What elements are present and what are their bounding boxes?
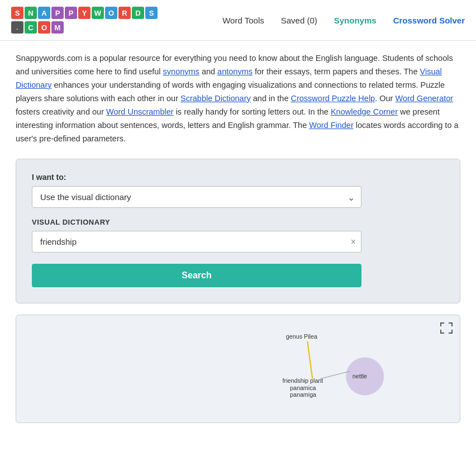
tool-select-wrapper: Use the visual dictionary Find synonyms … [32, 186, 361, 208]
tool-dropdown[interactable]: Use the visual dictionary Find synonyms … [32, 186, 361, 208]
search-input[interactable] [32, 231, 361, 253]
logo-tile-n: N [25, 7, 37, 19]
logo-tile-r: R [118, 7, 131, 19]
scrabble-dictionary-link[interactable]: Scrabble Dictionary [180, 94, 251, 103]
logo-tile-y: Y [78, 7, 91, 19]
nav-word-tools[interactable]: Word Tools [222, 16, 264, 25]
logo-tile-s2: S [145, 7, 158, 19]
word-finder-link[interactable]: Word Finder [309, 121, 354, 130]
clear-button[interactable]: × [351, 238, 356, 246]
crossword-puzzle-link[interactable]: Crossword Puzzle Help [291, 94, 375, 103]
antonyms-link[interactable]: antonyms [217, 67, 253, 76]
logo-tile-s: S [11, 7, 23, 19]
synonyms-link[interactable]: synonyms [163, 67, 199, 76]
logo-tile-m: M [51, 21, 64, 34]
logo-tile-c: C [25, 21, 37, 34]
viz-svg: genus Pilea friendship plant panamica pa… [25, 324, 451, 414]
intro-paragraph: Snappywords.com is a popular resource fo… [16, 52, 460, 145]
viz-content: genus Pilea friendship plant panamica pa… [25, 324, 451, 414]
genus-pilea-label: genus Pilea [286, 334, 317, 340]
search-input-wrapper: × [32, 231, 361, 253]
logo-tile-p1: P [51, 7, 64, 19]
word-unscrambler-link[interactable]: Word Unscrambler [106, 107, 174, 116]
visualization-panel: genus Pilea friendship plant panamica pa… [16, 315, 460, 423]
logo-tile-o2: O [38, 21, 50, 34]
nav-saved[interactable]: Saved (0) [281, 16, 317, 25]
panamiga-label: panamiga [290, 392, 316, 398]
logo-tile-p2: P [65, 7, 77, 19]
connection-line-gray [320, 372, 350, 379]
nav-synonyms[interactable]: Synonyms [334, 16, 377, 25]
logo-tile-a: A [38, 7, 50, 19]
tool-label: I want to: [32, 173, 444, 182]
logo-tile-dot: . [11, 21, 23, 34]
logo-tile-d: D [132, 7, 144, 19]
knowledge-corner-link[interactable]: Knowledge Corner [331, 107, 398, 116]
tool-panel: I want to: Use the visual dictionary Fin… [16, 159, 460, 303]
header: S N A P P Y W O R D S . C O M Word Tools… [0, 0, 476, 41]
logo[interactable]: S N A P P Y W O R D S . C O M [11, 7, 89, 34]
logo-tile-o: O [105, 7, 117, 19]
friendship-plant-label: friendship plant [283, 377, 323, 384]
section-label: VISUAL DICTIONARY [32, 218, 444, 226]
word-generator-link[interactable]: Word Generator [395, 94, 453, 103]
nettle-label: nettle [353, 373, 367, 379]
nav-crossword-solver[interactable]: Crossword Solver [393, 16, 465, 25]
connection-line-yellow [307, 341, 312, 379]
logo-tile-w: W [92, 7, 104, 19]
search-button[interactable]: Search [32, 264, 361, 287]
main-nav: Word Tools Saved (0) Synonyms Crossword … [222, 16, 465, 25]
main-content: Snappywords.com is a popular resource fo… [0, 41, 476, 434]
panamica-label: panamica [290, 384, 316, 391]
